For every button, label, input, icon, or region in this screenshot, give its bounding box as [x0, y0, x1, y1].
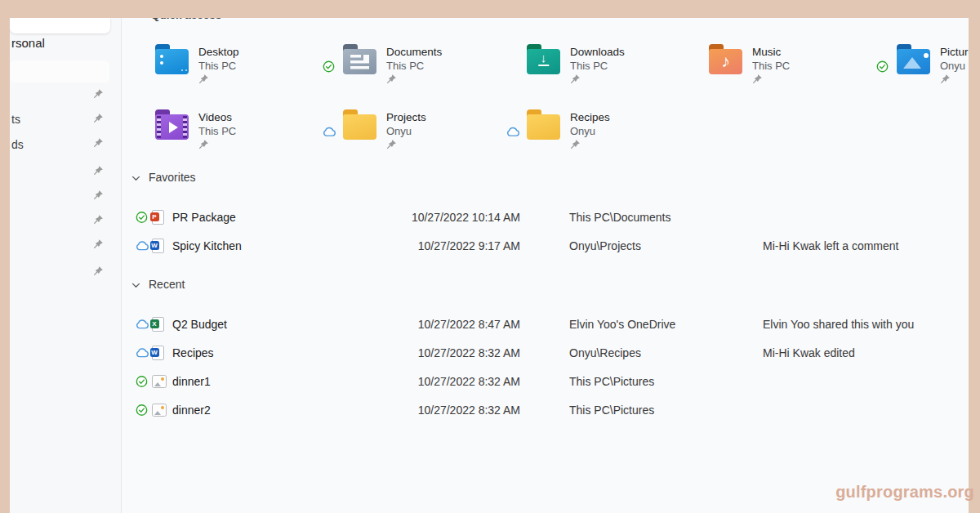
tile-location: This PC — [752, 60, 790, 72]
excel-icon: X — [152, 317, 164, 332]
tile-location: This PC — [570, 60, 608, 72]
tile-projects[interactable]: Projects Onyu — [343, 108, 521, 150]
file-name: Recipes — [172, 346, 214, 359]
tile-location: This PC — [198, 60, 236, 72]
row-dinner2[interactable]: dinner2 10/27/2022 8:32 AM This PC\Pictu… — [0, 395, 980, 424]
file-location: This PC\Pictures — [569, 404, 654, 417]
pin-icon[interactable] — [93, 112, 105, 123]
desktop-folder-icon — [155, 49, 189, 74]
sidebar-item-documents[interactable]: ts — [11, 113, 20, 126]
quick-access-heading: Quick access — [151, 18, 229, 22]
tile-documents[interactable]: Documents This PC — [343, 42, 521, 85]
word-icon: W — [152, 239, 164, 253]
file-explorer-window: rsonal ts ds Quick access Desktop This P… — [0, 0, 980, 513]
tile-name: Documents — [386, 46, 442, 58]
pin-icon[interactable] — [93, 136, 105, 148]
pin-icon — [198, 138, 209, 149]
section-header-favorites[interactable]: Favorites — [131, 169, 196, 185]
watermark: gulfprograms.org — [835, 483, 974, 502]
row-q2-budget[interactable]: X Q2 Budget 10/27/2022 8:47 AM Elvin Yoo… — [0, 310, 980, 338]
tile-downloads[interactable]: Downloads This PC — [527, 42, 705, 85]
chevron-down-icon — [131, 170, 140, 185]
row-spicy-kitchen[interactable]: W Spicy Kitchen 10/27/2022 9:17 AM Onyu\… — [0, 231, 980, 260]
tile-name: Music — [752, 46, 781, 58]
tile-name: Recipes — [570, 111, 610, 123]
pin-icon — [198, 73, 209, 83]
sidebar-flyout — [10, 18, 110, 33]
tile-desktop[interactable]: Desktop This PC — [155, 42, 333, 85]
pin-icon[interactable] — [93, 164, 105, 176]
pin-icon — [940, 73, 951, 83]
tile-location: Onyu — [940, 60, 965, 72]
sidebar-item-personal[interactable]: rsonal — [11, 36, 45, 50]
date-modified: 10/27/2022 8:32 AM — [359, 346, 520, 359]
powerpoint-icon: P — [152, 210, 164, 225]
tile-location: Onyu — [386, 125, 412, 137]
tile-name: Desktop — [198, 46, 239, 58]
pin-icon[interactable] — [93, 87, 105, 99]
tile-name: Projects — [386, 111, 426, 123]
pin-icon — [386, 73, 397, 83]
documents-folder-icon — [343, 49, 376, 74]
decorative-border-right — [969, 18, 980, 513]
activity-text: Mi-Hi Kwak left a comment — [763, 239, 898, 252]
plain-folder-icon — [343, 114, 376, 140]
date-modified: 10/27/2022 8:47 AM — [359, 318, 520, 331]
cloud-icon — [136, 318, 149, 330]
sidebar-item-downloads[interactable]: ds — [11, 138, 24, 151]
decorative-border-top — [0, 0, 980, 18]
quick-access-heading-text: Quick access — [151, 18, 229, 21]
row-dinner1[interactable]: dinner1 10/27/2022 8:32 AM This PC\Pictu… — [0, 367, 980, 395]
image-icon — [152, 404, 167, 417]
file-name: dinner2 — [172, 404, 211, 417]
tile-pictures[interactable]: Pictures Onyu — [897, 42, 980, 85]
file-location: This PC\Pictures — [569, 375, 654, 388]
file-location: Elvin Yoo's OneDrive — [569, 318, 675, 331]
activity-text: Elvin Yoo shared this with you — [763, 318, 914, 331]
decorative-border-left — [0, 18, 10, 513]
navigation-pane: rsonal ts ds — [10, 18, 121, 513]
row-pr-package[interactable]: P PR Package 10/27/2022 10:14 AM This PC… — [0, 203, 980, 231]
file-name: PR Package — [172, 211, 236, 224]
pin-icon — [570, 138, 581, 149]
section-header-recent[interactable]: Recent — [131, 276, 185, 292]
file-location: This PC\Documents — [569, 211, 670, 224]
pin-icon[interactable] — [93, 265, 105, 276]
cloud-icon — [506, 126, 520, 138]
date-modified: 10/27/2022 10:14 AM — [359, 211, 520, 224]
file-location: Onyu\Projects — [569, 239, 641, 252]
file-name: dinner1 — [172, 375, 211, 388]
chevron-down-icon — [131, 277, 140, 292]
tile-location: Onyu — [570, 125, 595, 137]
section-label: Recent — [149, 278, 185, 291]
music-folder-icon — [709, 49, 742, 74]
synced-icon — [136, 211, 149, 223]
cloud-icon — [136, 239, 149, 252]
word-icon: W — [152, 346, 164, 360]
synced-icon — [876, 60, 890, 73]
tile-location: This PC — [198, 125, 236, 137]
date-modified: 10/27/2022 9:17 AM — [359, 239, 520, 252]
videos-folder-icon — [155, 114, 189, 140]
file-location: Onyu\Recipes — [569, 346, 641, 359]
sidebar-item-highlight — [10, 60, 109, 83]
tile-name: Downloads — [570, 46, 625, 58]
pin-icon — [570, 73, 581, 83]
synced-icon — [323, 60, 336, 73]
pane-separator — [121, 18, 122, 513]
section-label: Favorites — [149, 171, 196, 184]
synced-icon — [136, 375, 149, 387]
synced-icon — [136, 404, 149, 416]
row-recipes[interactable]: W Recipes 10/27/2022 8:32 AM Onyu\Recipe… — [0, 338, 980, 367]
tile-videos[interactable]: Videos This PC — [155, 108, 333, 150]
plain-folder-icon — [527, 114, 560, 140]
cloud-icon — [323, 126, 336, 138]
tile-recipes[interactable]: Recipes Onyu — [527, 108, 705, 150]
date-modified: 10/27/2022 8:32 AM — [359, 404, 520, 417]
file-name: Q2 Budget — [172, 318, 227, 331]
pin-icon[interactable] — [93, 189, 105, 200]
tile-music[interactable]: Music This PC — [709, 42, 887, 85]
pictures-folder-icon — [897, 49, 930, 74]
activity-text: Mi-Hi Kwak edited — [763, 346, 855, 359]
date-modified: 10/27/2022 8:32 AM — [359, 375, 520, 388]
